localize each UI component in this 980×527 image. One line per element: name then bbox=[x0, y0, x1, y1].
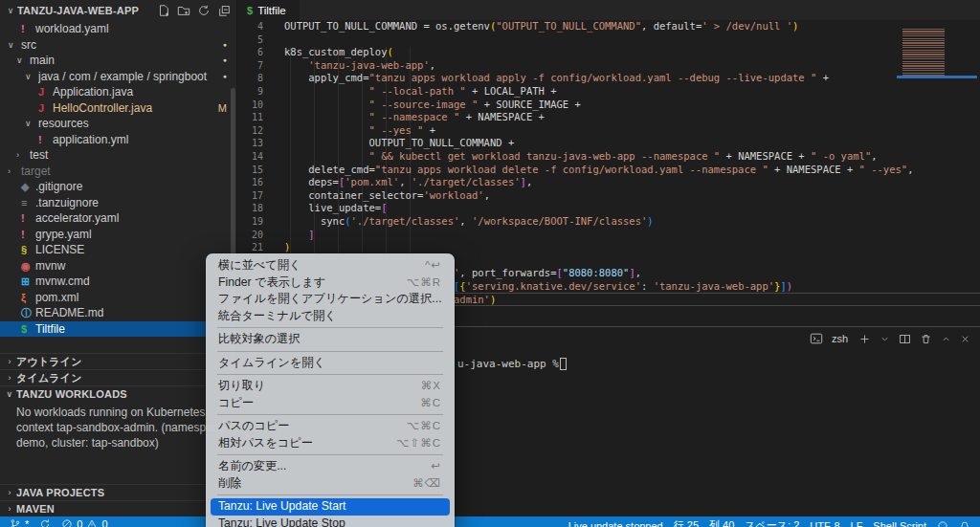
sidebar-section-java-projects[interactable]: ›JAVA PROJECTS bbox=[0, 484, 236, 500]
menu-item[interactable]: 相対パスをコピー⌥⇧⌘C bbox=[211, 435, 450, 452]
notifications-bell-icon[interactable] bbox=[959, 520, 970, 527]
sync-status[interactable] bbox=[39, 518, 51, 527]
file-row[interactable]: ⊞mvnw.cmd bbox=[0, 274, 236, 290]
code-token: "tanzu apps workload delete -f config/wo… bbox=[375, 164, 768, 175]
menu-item-label: タイムラインを開く bbox=[218, 355, 325, 372]
code-text: " --source-image " + SOURCE_IMAGE + bbox=[284, 99, 581, 112]
code-token: ) bbox=[647, 215, 653, 227]
code-token bbox=[284, 59, 308, 71]
new-folder-icon[interactable] bbox=[177, 4, 190, 17]
feedback-smiley-icon[interactable] bbox=[937, 520, 948, 527]
folder-row[interactable]: ∨src● bbox=[0, 37, 236, 54]
warn-file-icon: ! bbox=[21, 210, 35, 227]
git-file-icon: ◆ bbox=[21, 179, 35, 195]
menu-item[interactable]: Finder で表示します⌥⌘R bbox=[211, 274, 450, 292]
menu-item[interactable]: 統合ターミナルで開く bbox=[211, 308, 450, 325]
menu-item[interactable]: Tanzu: Live Update Stop bbox=[211, 516, 450, 527]
file-row[interactable]: ⓘREADME.md bbox=[0, 305, 236, 321]
code-token: " -o yaml" bbox=[811, 150, 871, 162]
status-segment-4[interactable]: LF bbox=[851, 520, 863, 527]
file-row[interactable]: !workload.yaml bbox=[0, 21, 236, 37]
file-row[interactable]: ◉mvnw bbox=[0, 258, 236, 274]
code-token: " --yes " bbox=[369, 124, 424, 136]
file-row[interactable]: JHelloController.javaM bbox=[0, 100, 236, 117]
menu-item[interactable]: パスのコピー⌥⌘C bbox=[211, 418, 450, 435]
file-row[interactable]: §LICENSE bbox=[0, 242, 236, 258]
new-terminal-icon[interactable] bbox=[858, 333, 871, 345]
sidebar-section-tanzu-workloads[interactable]: ∨TANZU WORKLOADS bbox=[0, 385, 236, 402]
sidebar-panels-bottom: ›JAVA PROJECTS›MAVEN bbox=[0, 484, 236, 516]
menu-item[interactable]: タイムラインを開く bbox=[211, 355, 450, 372]
line-number: 9 bbox=[238, 85, 263, 99]
status-segment-3[interactable]: UTF-8 bbox=[810, 520, 839, 527]
indent-guide bbox=[314, 47, 315, 255]
code-line: 19 sync('./target/classes', '/workspace/… bbox=[238, 215, 980, 229]
menu-item[interactable]: Tanzu: Live Update Start bbox=[211, 498, 450, 516]
chevron-down-icon: ∨ bbox=[4, 6, 17, 15]
git-branch-status[interactable]: * bbox=[10, 518, 29, 527]
kill-terminal-icon[interactable] bbox=[920, 333, 932, 345]
sidebar-section-アウトライン[interactable]: ›アウトライン bbox=[0, 353, 236, 369]
menu-item[interactable]: コピー⌘C bbox=[211, 395, 450, 412]
menu-item-shortcut: ↩ bbox=[431, 458, 441, 475]
split-terminal-icon[interactable] bbox=[899, 333, 911, 345]
file-row[interactable]: !grype.yaml bbox=[0, 227, 236, 243]
file-row[interactable]: JApplication.java bbox=[0, 84, 236, 100]
code-text: " --local-path " + LOCAL_PATH + bbox=[284, 85, 557, 99]
maximize-panel-icon[interactable] bbox=[941, 334, 951, 344]
code-token: container_selector= bbox=[284, 189, 423, 201]
code-line: 15 delete_cmd="tanzu apps workload delet… bbox=[238, 164, 980, 177]
file-row[interactable]: $Tiltfile bbox=[0, 321, 236, 338]
tab-tiltfile[interactable]: $ Tiltfile bbox=[238, 0, 300, 20]
status-segment-5[interactable]: Shell Script bbox=[873, 520, 926, 527]
folder-row[interactable]: ∨main● bbox=[0, 53, 236, 69]
terminal-cursor bbox=[560, 358, 567, 370]
menu-item[interactable]: 削除⌘⌫ bbox=[211, 475, 450, 493]
close-panel-icon[interactable] bbox=[960, 334, 970, 344]
folder-row[interactable]: ›target bbox=[0, 164, 236, 180]
shell-label[interactable]: zsh bbox=[832, 333, 848, 344]
sidebar-section-maven[interactable]: ›MAVEN bbox=[0, 500, 236, 516]
code-text: " --namespace " + NAMESPACE + bbox=[284, 111, 545, 124]
menu-item[interactable]: 切り取り⌘X bbox=[211, 378, 450, 395]
file-label: resources bbox=[38, 116, 236, 132]
file-row[interactable]: ξpom.xml bbox=[0, 290, 236, 306]
collapse-all-icon[interactable] bbox=[217, 4, 231, 17]
status-segment-0[interactable]: Live update stopped bbox=[568, 520, 663, 527]
menu-item[interactable]: 名前の変更...↩ bbox=[211, 458, 450, 475]
file-row[interactable]: ◆.gitignore bbox=[0, 179, 236, 195]
code-token: : bbox=[641, 280, 654, 292]
code-token: "OUTPUT_TO_NULL_COMMAND" bbox=[496, 20, 641, 32]
menu-item-label: Tanzu: Live Update Start bbox=[218, 498, 345, 516]
folder-row[interactable]: ∨resources bbox=[0, 116, 236, 132]
menu-item[interactable]: ファイルを開くアプリケーションの選択... bbox=[211, 291, 450, 308]
code-text: sync('./target/classes', '/workspace/BOO… bbox=[284, 215, 654, 229]
status-segment-2[interactable]: スペース: 2 bbox=[745, 518, 799, 527]
status-right: Live update stopped行 25、列 40スペース: 2UTF-8… bbox=[568, 518, 970, 527]
sidebar-section-タイムライン[interactable]: ›タイムライン bbox=[0, 369, 236, 385]
code-line: 7 'tanzu-java-web-app', bbox=[238, 59, 980, 73]
license-file-icon: § bbox=[21, 242, 35, 258]
menu-item[interactable]: 横に並べて開く^↩ bbox=[211, 257, 450, 274]
chevron-right-icon: › bbox=[3, 354, 16, 369]
minimap[interactable] bbox=[897, 21, 977, 174]
line-number: 4 bbox=[238, 20, 263, 33]
terminal-dropdown-icon[interactable] bbox=[880, 334, 890, 344]
code-token: , default= bbox=[641, 20, 702, 32]
file-label: HelloController.java bbox=[53, 100, 218, 117]
folder-row[interactable]: ∨java / com / example / springboot● bbox=[0, 69, 236, 85]
status-segment-1[interactable]: 行 25、列 40 bbox=[674, 518, 735, 527]
menu-item-label: コピー bbox=[218, 395, 254, 412]
menu-separator bbox=[217, 374, 443, 375]
file-row[interactable]: !application.yml bbox=[0, 132, 236, 148]
menu-item[interactable]: 比較対象の選択 bbox=[211, 331, 450, 348]
explorer-section-header[interactable]: ∨ TANZU-JAVA-WEB-APP bbox=[0, 0, 236, 21]
new-file-icon[interactable] bbox=[157, 4, 170, 17]
code-token bbox=[284, 150, 369, 162]
file-row[interactable]: ≡.tanzuignore bbox=[0, 195, 236, 211]
problems-status[interactable]: 0 0 bbox=[61, 518, 107, 527]
file-row[interactable]: !accelerator.yaml bbox=[0, 210, 236, 227]
refresh-icon[interactable] bbox=[197, 4, 211, 17]
folder-row[interactable]: ›test bbox=[0, 147, 236, 164]
menu-item-shortcut: ⌘X bbox=[421, 378, 441, 395]
